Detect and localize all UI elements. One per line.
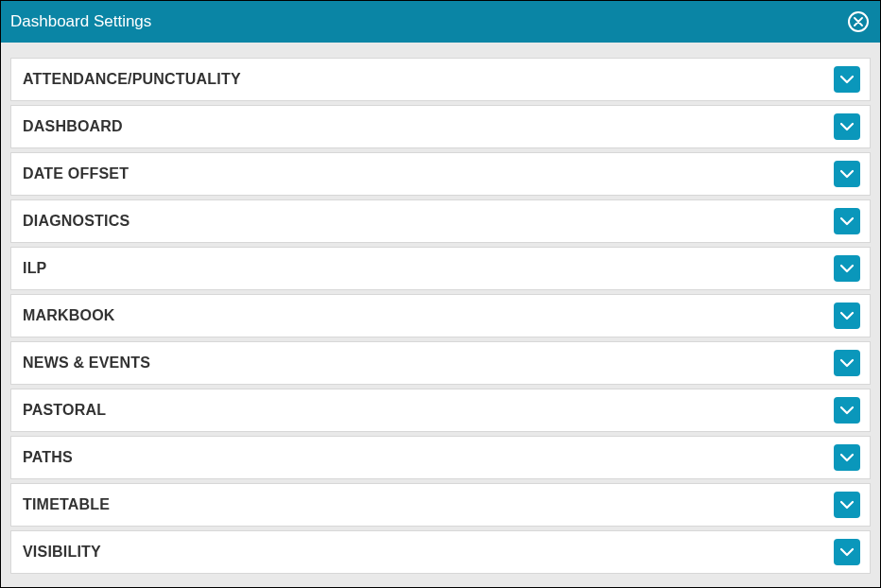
- panel-paths[interactable]: PATHS: [10, 436, 871, 479]
- panel-date-offset[interactable]: DATE OFFSET: [10, 152, 871, 196]
- settings-content: ATTENDANCE/PUNCTUALITY DASHBOARD DATE OF…: [1, 43, 880, 587]
- expand-button[interactable]: [834, 350, 860, 376]
- expand-button[interactable]: [834, 208, 860, 234]
- panel-title: MARKBOOK: [23, 307, 115, 324]
- panel-title: NEWS & EVENTS: [23, 355, 150, 372]
- expand-button[interactable]: [834, 492, 860, 518]
- panel-timetable[interactable]: TIMETABLE: [10, 483, 871, 527]
- panel-attendance-punctuality[interactable]: ATTENDANCE/PUNCTUALITY: [10, 58, 871, 101]
- expand-button[interactable]: [834, 397, 860, 424]
- expand-button[interactable]: [834, 66, 860, 93]
- panel-title: DIAGNOSTICS: [23, 213, 130, 230]
- panel-title: VISIBILITY: [23, 544, 101, 561]
- panel-markbook[interactable]: MARKBOOK: [10, 294, 871, 337]
- panel-ilp[interactable]: ILP: [10, 247, 871, 290]
- expand-button[interactable]: [834, 161, 860, 187]
- expand-button[interactable]: [834, 255, 860, 282]
- chevron-down-icon: [840, 169, 854, 179]
- chevron-down-icon: [840, 122, 854, 131]
- panel-visibility[interactable]: VISIBILITY: [10, 530, 871, 574]
- close-button[interactable]: [848, 11, 869, 32]
- dialog-header: Dashboard Settings: [1, 1, 880, 43]
- chevron-down-icon: [840, 358, 854, 368]
- chevron-down-icon: [840, 500, 854, 510]
- panel-diagnostics[interactable]: DIAGNOSTICS: [10, 199, 871, 243]
- chevron-down-icon: [840, 75, 854, 84]
- panel-title: DASHBOARD: [23, 118, 123, 135]
- panel-title: PATHS: [23, 449, 73, 466]
- expand-button[interactable]: [834, 303, 860, 329]
- expand-button[interactable]: [834, 444, 860, 471]
- close-icon: [854, 17, 863, 26]
- expand-button[interactable]: [834, 539, 860, 565]
- chevron-down-icon: [840, 264, 854, 273]
- panel-title: ATTENDANCE/PUNCTUALITY: [23, 71, 241, 88]
- panel-dashboard[interactable]: DASHBOARD: [10, 105, 871, 148]
- panel-title: DATE OFFSET: [23, 165, 129, 182]
- dialog-title: Dashboard Settings: [10, 12, 151, 31]
- panel-title: ILP: [23, 260, 47, 277]
- chevron-down-icon: [840, 311, 854, 320]
- chevron-down-icon: [840, 406, 854, 415]
- chevron-down-icon: [840, 453, 854, 462]
- chevron-down-icon: [840, 547, 854, 557]
- panel-title: TIMETABLE: [23, 496, 110, 513]
- chevron-down-icon: [840, 216, 854, 226]
- panel-pastoral[interactable]: PASTORAL: [10, 389, 871, 432]
- panel-title: PASTORAL: [23, 402, 106, 419]
- expand-button[interactable]: [834, 113, 860, 140]
- panel-news-events[interactable]: NEWS & EVENTS: [10, 341, 871, 385]
